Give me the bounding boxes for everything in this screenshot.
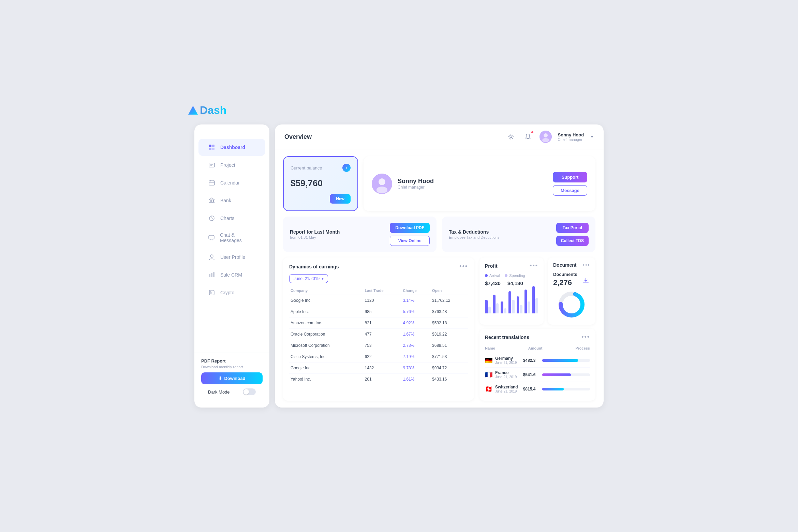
download-doc-icon[interactable] [582,276,590,284]
cell-last-trade: 477 [364,329,402,340]
document-card-header: Document ••• [553,262,590,268]
translation-row: 🇫🇷 France June 21, 2019 $541.6 [485,367,590,382]
spending-label: Spending [509,274,525,278]
bar-spending [488,307,491,313]
balance-arrow-btn[interactable]: › [342,164,351,172]
svg-rect-4 [212,148,215,150]
message-button[interactable]: Message [553,185,587,196]
sidebar-item-calendar[interactable]: Calendar [198,174,265,191]
table-row: Yahoo! Inc. 201 1.61% $433.16 [289,374,468,385]
sidebar-item-crypto[interactable]: ₿ Crypto [198,284,265,301]
trans-progress-wrap [542,388,590,390]
trans-country-name: France [495,370,517,375]
trans-name: 🇫🇷 France June 21, 2019 [485,370,519,379]
document-dots-menu[interactable]: ••• [583,262,590,268]
trans-date: June 21, 2019 [495,361,517,365]
sidebar-item-bank[interactable]: Bank [198,192,265,209]
bar-group [517,296,522,313]
cell-last-trade: 1432 [364,363,402,374]
sidebar-item-chat[interactable]: Chat & Messages [198,227,265,248]
translations-dots-menu[interactable]: ••• [581,334,590,341]
cell-company: Google Inc. [289,295,364,306]
calendar-icon [208,179,216,187]
cell-company: Microsoft Corporation [289,340,364,351]
date-filter[interactable]: June, 21/2019 ▾ [289,274,328,283]
profit-card-header: Profit ••• [485,262,538,269]
svg-rect-23 [213,272,215,277]
trans-date: June 21, 2019 [495,389,518,393]
bar-arrival [493,295,496,313]
header-avatar [540,131,552,143]
cell-company: Apple Inc. [289,306,364,317]
charts-icon [208,215,216,222]
profit-legend: Arrival Spending [485,274,538,278]
cell-open: $1,762.12 [431,295,468,306]
view-online-button[interactable]: View Online [390,236,430,246]
cell-change: 3.14% [401,295,431,306]
table-header-row: Company Last Trade Change Open [289,286,468,295]
sidebar-item-sale-crm[interactable]: Sale CRM [198,266,265,283]
cell-change: 1.67% [401,329,431,340]
tax-portal-button[interactable]: Tax Portal [556,223,589,233]
col-change: Change [401,286,431,295]
flag-icon: 🇩🇪 [485,357,492,364]
dark-mode-label: Dark Mode [208,389,230,395]
sidebar-dashboard-label: Dashboard [220,145,245,150]
trans-name: 🇩🇪 Germany June 21, 2019 [485,356,519,365]
trans-progress-bar [542,359,578,362]
sidebar-item-dashboard[interactable]: Dashboard [198,139,265,156]
sidebar-item-charts[interactable]: Charts [198,210,265,227]
support-button[interactable]: Support [553,172,587,182]
cell-open: $763.48 [431,306,468,317]
sidebar-chat-label: Chat & Messages [220,232,256,243]
table-row: Cisco Systems, Inc. 622 7.19% $771.53 [289,351,468,363]
svg-point-28 [544,133,548,137]
notifications-button[interactable] [522,131,533,142]
spending-legend: Spending [505,274,525,278]
spending-value-wrap: $4,180 [507,280,523,286]
svg-rect-22 [211,273,212,277]
trans-progress-bar [542,388,564,390]
settings-button[interactable] [505,131,516,142]
cell-change: 7.19% [401,351,431,363]
svg-point-32 [376,187,387,193]
logo-area: Dash [188,104,226,117]
balance-card: Current balance › $59,760 New [283,156,358,211]
svg-marker-12 [209,198,215,200]
sidebar-nav: Dashboard Project [194,135,269,349]
arrival-dot [485,274,488,277]
profit-values: $7,430 $4,180 [485,280,538,286]
profit-doc-row: Profit ••• Arrival [479,257,595,325]
earnings-dots-menu[interactable]: ••• [459,263,468,270]
dark-mode-toggle[interactable] [243,388,256,395]
cell-open: $934.72 [431,363,468,374]
profit-card: Profit ••• Arrival [479,257,544,325]
trans-amount: $482.3 [519,358,540,363]
sidebar-item-user-profile[interactable]: User Profile [198,249,265,266]
profit-bar-chart [485,290,538,313]
translation-row: 🇨🇭 Switzerland June 21, 2019 $815.4 [485,382,590,396]
pdf-report-title: PDF Report [201,358,263,364]
cell-last-trade: 821 [364,317,402,329]
cell-company: Amazon.com Inc. [289,317,364,329]
profit-dots-menu[interactable]: ••• [530,262,538,269]
cell-company: Google Inc. [289,363,364,374]
cell-company: Yahoo! Inc. [289,374,364,385]
translations-header: Recent translations ••• [485,334,590,341]
pdf-download-button[interactable]: ⬇ Download [201,372,263,384]
dark-mode-row: Dark Mode [201,384,263,395]
user-profile-btns: Support Message [553,172,587,196]
sidebar-bank-label: Bank [220,198,231,203]
report-card: Report for Last Month from 01.31 May Dow… [283,217,437,252]
user-profile-info: Sonny Hood Chief manager [398,178,434,190]
user-dropdown-arrow[interactable]: ▼ [590,134,594,139]
notification-badge [531,131,534,134]
collect-tds-button[interactable]: Collect TDS [556,236,589,246]
cell-change: 4.92% [401,317,431,329]
cell-change: 1.61% [401,374,431,385]
new-button[interactable]: New [330,194,351,204]
download-pdf-button[interactable]: Download PDF [390,223,430,233]
report-title: Report for Last Month [290,229,340,235]
logo-triangle-icon [188,105,198,116]
sidebar-item-project[interactable]: Project [198,157,265,174]
